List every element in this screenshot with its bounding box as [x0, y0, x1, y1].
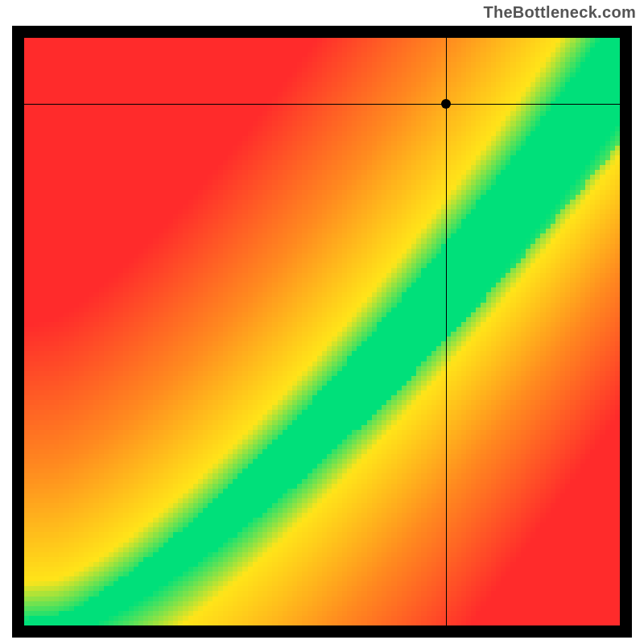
bottleneck-heatmap-canvas — [24, 38, 620, 625]
crosshair-vertical — [446, 38, 447, 625]
crosshair-horizontal — [24, 104, 620, 105]
heatmap-plot-area — [24, 38, 620, 625]
attribution-text: TheBottleneck.com — [483, 3, 636, 22]
selection-marker-dot — [441, 99, 451, 109]
heatmap-frame — [12, 26, 632, 638]
